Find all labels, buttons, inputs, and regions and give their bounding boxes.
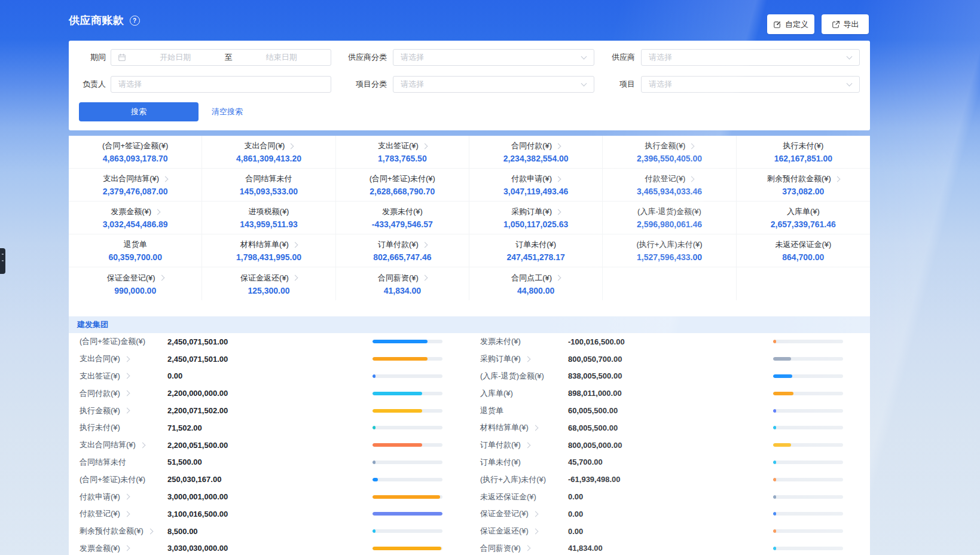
detail-label: 材料结算单(¥) xyxy=(480,422,568,433)
detail-value: 3,030,030,000.00 xyxy=(167,544,228,553)
detail-bar-fill xyxy=(373,461,375,464)
export-label: 导出 xyxy=(844,19,859,30)
detail-row[interactable]: 材料结算单(¥)68,005,500.00 xyxy=(469,419,870,437)
supplier-label: 供应商 xyxy=(550,49,635,66)
stat-card[interactable]: 付款登记(¥)3,465,934,033.46 xyxy=(603,169,736,202)
detail-label-text: 剩余预付款金额(¥) xyxy=(80,526,144,536)
start-date-input[interactable]: 开始日期 xyxy=(126,52,225,63)
detail-row[interactable]: 付款登记(¥)3,100,016,500.00 xyxy=(69,505,469,523)
project-select[interactable]: 请选择 xyxy=(641,76,860,93)
detail-row[interactable]: 支出签证(¥)0.00 xyxy=(69,368,469,385)
customize-button[interactable]: 自定义 xyxy=(767,14,814,34)
stat-card[interactable]: 支出合同(¥)4,861,309,413.20 xyxy=(202,136,335,169)
detail-label-text: 支出合同(¥) xyxy=(80,353,120,364)
stat-label-row: 支出合同结算(¥) xyxy=(103,173,167,184)
stat-label-row: 未返还保证金(¥) xyxy=(775,239,831,250)
supplier-category-label: 供应商分类 xyxy=(296,49,387,66)
detail-label-text: 支出合同结算(¥) xyxy=(80,440,136,450)
detail-row[interactable]: 剩余预付款金额(¥)8,500.00 xyxy=(69,523,469,540)
detail-row[interactable]: 付款申请(¥)3,000,001,000.00 xyxy=(69,488,469,505)
page-title: 供应商账款 xyxy=(69,13,124,28)
stat-card: 退货单60,359,700.00 xyxy=(69,234,202,267)
stat-label: 支出合同结算(¥) xyxy=(103,173,159,184)
detail-row[interactable]: 保证金登记(¥)0.00 xyxy=(469,505,870,523)
stat-card[interactable]: 采购订单(¥)1,050,117,025.63 xyxy=(469,202,603,234)
chevron-right-icon xyxy=(147,528,153,534)
stat-card[interactable]: 合同付款(¥)2,234,382,554.00 xyxy=(469,136,603,169)
stat-label: 采购订单(¥) xyxy=(511,206,552,217)
detail-value: 2,200,071,502.00 xyxy=(167,406,228,415)
period-label: 期间 xyxy=(69,49,106,66)
stat-card[interactable]: 支出签证(¥)1,783,765.50 xyxy=(336,136,469,169)
stat-label-row: 进项税额(¥) xyxy=(249,206,289,217)
stat-label-row: (执行+入库)未付(¥) xyxy=(636,239,702,250)
stat-card[interactable]: 发票金额(¥)3,032,454,486.89 xyxy=(69,202,202,234)
stat-card[interactable]: 保证金返还(¥)125,300.00 xyxy=(202,267,335,300)
sidebar-collapse-handle[interactable] xyxy=(0,248,5,274)
detail-row: 发票未付(¥)-100,016,500.00 xyxy=(469,333,870,350)
detail-label: 未返还保证金(¥) xyxy=(480,492,568,502)
stat-label-row: 发票未付(¥) xyxy=(382,206,423,217)
stat-card[interactable]: 订单付款(¥)802,665,747.46 xyxy=(336,234,469,267)
detail-label-text: (合同+签证)金额(¥) xyxy=(80,336,145,347)
chevron-right-icon xyxy=(422,242,428,248)
detail-label: 付款申请(¥) xyxy=(80,492,167,502)
stat-value: 2,596,980,061.46 xyxy=(637,219,702,229)
export-button[interactable]: 导出 xyxy=(822,14,869,34)
stat-card[interactable]: 剩余预付款金额(¥)373,082.00 xyxy=(737,169,870,202)
supplier-select[interactable]: 请选择 xyxy=(641,49,860,66)
stat-card[interactable]: 保证金登记(¥)990,000.00 xyxy=(69,267,202,300)
chevron-right-icon xyxy=(163,176,169,182)
stat-card[interactable]: 合同薪资(¥)41,834.00 xyxy=(336,267,469,300)
chevron-right-icon xyxy=(532,528,538,534)
detail-row[interactable]: 合同薪资(¥)41,834.00 xyxy=(469,540,870,555)
detail-value: 898,011,000.00 xyxy=(568,389,622,398)
clear-search-link[interactable]: 清空搜索 xyxy=(212,102,243,121)
chevron-right-icon xyxy=(124,391,130,397)
stat-card[interactable]: 支出合同结算(¥)2,379,476,087.00 xyxy=(69,169,202,202)
stat-card: 进项税额(¥)143,959,511.93 xyxy=(202,202,335,234)
detail-value: 2,200,000,000.00 xyxy=(167,389,228,398)
detail-row[interactable]: 发票金额(¥)3,030,030,000.00 xyxy=(69,540,469,555)
detail-label-text: 合同薪资(¥) xyxy=(480,543,521,554)
header-toolbar: 自定义 导出 xyxy=(767,14,869,34)
chevron-right-icon xyxy=(555,176,561,182)
stat-value: -433,479,546.57 xyxy=(372,219,433,229)
detail-value: 0.00 xyxy=(167,371,182,380)
detail-row: (合同+签证)金额(¥)2,450,071,501.00 xyxy=(69,333,469,350)
detail-row: 未返还保证金(¥)0.00 xyxy=(469,488,870,505)
detail-row: 订单未付(¥)45,700.00 xyxy=(469,454,870,471)
detail-row[interactable]: 执行金额(¥)2,200,071,502.00 xyxy=(69,402,469,419)
stat-label-row: 执行未付(¥) xyxy=(783,141,823,151)
stat-label-row: 支出合同(¥) xyxy=(245,141,294,151)
stat-card[interactable]: 材料结算单(¥)1,798,431,995.00 xyxy=(202,234,335,267)
detail-bar-fill xyxy=(773,547,776,550)
stat-card[interactable]: 执行金额(¥)2,396,550,405.00 xyxy=(603,136,736,169)
detail-row[interactable]: 支出合同(¥)2,450,071,501.00 xyxy=(69,350,469,368)
detail-row[interactable]: 支出合同结算(¥)2,200,051,500.00 xyxy=(69,437,469,454)
detail-row[interactable]: 采购订单(¥)800,050,700.00 xyxy=(469,350,870,368)
stat-card: (合同+签证)未付(¥)2,628,668,790.70 xyxy=(336,169,469,202)
stat-card[interactable]: 合同点工(¥)44,800.00 xyxy=(469,267,603,300)
detail-row[interactable]: 保证金返还(¥)0.00 xyxy=(469,523,870,540)
detail-value: 0.00 xyxy=(568,527,583,536)
detail-label-text: 执行未付(¥) xyxy=(80,422,120,433)
help-icon[interactable]: ? xyxy=(130,16,140,26)
chevron-down-icon xyxy=(847,81,853,87)
detail-label: 订单付款(¥) xyxy=(480,440,568,450)
detail-value: 838,005,500.00 xyxy=(568,371,622,380)
detail-label-text: 保证金登记(¥) xyxy=(480,508,529,519)
detail-label: (合同+签证)未付(¥) xyxy=(80,474,167,485)
detail-bar-track xyxy=(373,392,442,395)
chevron-right-icon xyxy=(288,143,294,149)
stat-card: (执行+入库)未付(¥)1,527,596,433.00 xyxy=(603,234,736,267)
search-button[interactable]: 搜索 xyxy=(79,102,199,121)
detail-bar-fill xyxy=(773,374,792,378)
detail-label-text: 合同结算未付 xyxy=(80,457,126,468)
detail-row[interactable]: 合同付款(¥)2,200,000,000.00 xyxy=(69,385,469,402)
detail-bar-fill xyxy=(373,495,440,499)
stat-card[interactable]: 付款申请(¥)3,047,119,493.46 xyxy=(469,169,603,202)
stat-value: 3,465,934,033.46 xyxy=(637,187,702,196)
stat-label: 剩余预付款金额(¥) xyxy=(767,173,831,184)
detail-row[interactable]: 订单付款(¥)800,005,000.00 xyxy=(469,437,870,454)
